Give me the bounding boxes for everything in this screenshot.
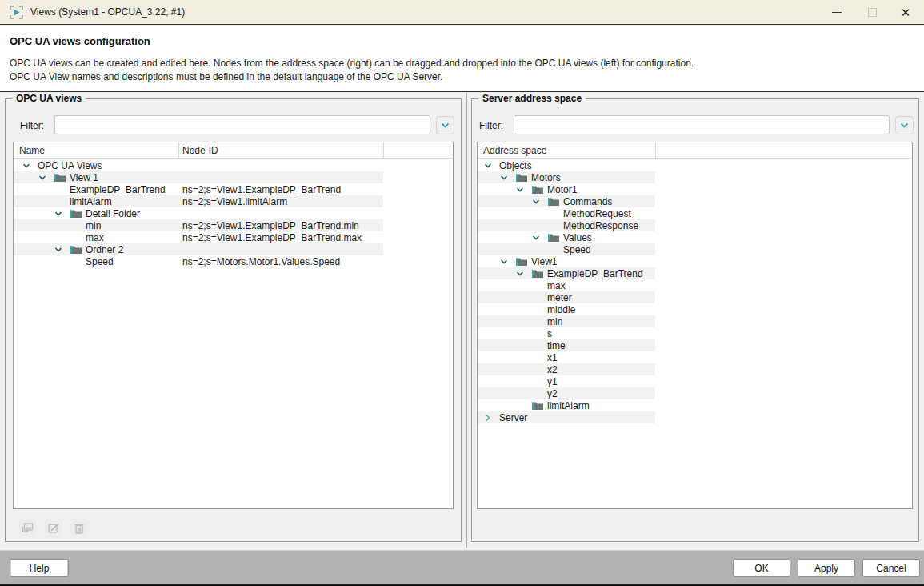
- tree-row[interactable]: min: [478, 315, 912, 327]
- column-separator[interactable]: [655, 142, 656, 159]
- delete-view-button[interactable]: [70, 519, 88, 537]
- cancel-button[interactable]: Cancel: [862, 559, 920, 577]
- tree-node-label[interactable]: Commands: [563, 196, 612, 207]
- tree-node-label[interactable]: Server: [499, 412, 527, 423]
- tree-node-label[interactable]: MethodResponse: [563, 220, 638, 231]
- tree-row[interactable]: Objects: [478, 159, 912, 171]
- tree-expander[interactable]: [483, 161, 493, 171]
- views-dialog: Views (System1 - OPCUA_3.22; #1) ✕ OPC U…: [0, 0, 924, 586]
- tree-row[interactable]: y2: [478, 387, 912, 399]
- tree-row[interactable]: Values: [478, 231, 912, 243]
- filter-dropdown-button-right[interactable]: [895, 116, 914, 134]
- tree-expander[interactable]: [515, 269, 525, 279]
- tree-row[interactable]: Commands: [478, 195, 912, 207]
- tree-row[interactable]: limitAlarm: [478, 399, 912, 411]
- tree-row[interactable]: middle: [478, 303, 912, 315]
- tree-node-label[interactable]: OPC UA Views: [38, 160, 102, 171]
- panel-splitter[interactable]: [466, 93, 467, 548]
- tree-node-label[interactable]: Detail Folder: [86, 208, 140, 219]
- tree-expander[interactable]: [22, 161, 31, 171]
- tree-row[interactable]: x1: [478, 351, 912, 363]
- tree-node-id: ns=2;s=View1.ExampleDP_BarTrend: [182, 184, 341, 195]
- tree-row[interactable]: Speedns=2;s=Motors.Motor1.Values.Speed: [14, 255, 453, 267]
- tree-expander[interactable]: [38, 173, 47, 183]
- tree-node-label[interactable]: MethodRequest: [563, 208, 631, 219]
- tree-expander[interactable]: [499, 257, 509, 267]
- tree-row[interactable]: max: [478, 279, 912, 291]
- tree-node-label[interactable]: x1: [547, 352, 558, 363]
- tree-node-label[interactable]: y1: [547, 376, 558, 387]
- tree-node-label[interactable]: ExampleDP_BarTrend: [70, 184, 166, 195]
- tree-node-label[interactable]: View1: [531, 256, 557, 267]
- tree-row[interactable]: Motors: [478, 171, 912, 183]
- add-view-button[interactable]: [18, 519, 37, 537]
- column-header-name[interactable]: Name: [19, 145, 45, 156]
- tree-row[interactable]: View1: [478, 255, 912, 267]
- tree-node-label[interactable]: Values: [563, 232, 592, 243]
- main-area: OPC UA views Filter: Name Node-ID OPC UA…: [0, 93, 924, 548]
- tree-node-label[interactable]: s: [547, 328, 552, 339]
- tree-row[interactable]: Detail Folder: [14, 207, 453, 219]
- tree-row[interactable]: x2: [478, 363, 912, 375]
- close-button[interactable]: ✕: [887, 0, 924, 24]
- tree-expander[interactable]: [499, 173, 509, 183]
- tree-row[interactable]: MethodResponse: [478, 219, 912, 231]
- tree-row[interactable]: s: [478, 327, 912, 339]
- ok-button[interactable]: OK: [733, 559, 790, 577]
- tree-node-label[interactable]: min: [547, 316, 562, 327]
- tree-node-label[interactable]: x2: [547, 364, 558, 375]
- tree-node-label[interactable]: Ordner 2: [86, 244, 123, 255]
- tree-node-label[interactable]: Speed: [563, 244, 591, 255]
- filter-input-left[interactable]: [54, 115, 430, 134]
- filter-dropdown-button-left[interactable]: [436, 116, 454, 134]
- apply-button[interactable]: Apply: [798, 559, 855, 577]
- tree-node-label[interactable]: time: [547, 340, 566, 351]
- tree-row[interactable]: time: [478, 339, 912, 351]
- column-header-node-id[interactable]: Node-ID: [182, 145, 218, 156]
- tree-node-label[interactable]: Objects: [499, 160, 532, 171]
- tree-node-label[interactable]: limitAlarm: [70, 196, 112, 207]
- tree-row[interactable]: y1: [478, 375, 912, 387]
- tree-row[interactable]: limitAlarmns=2;s=View1.limitAlarm: [14, 195, 453, 207]
- tree-row[interactable]: minns=2;s=View1.ExampleDP_BarTrend.min: [14, 219, 453, 231]
- tree-node-label[interactable]: ExampleDP_BarTrend: [547, 268, 643, 279]
- tree-row[interactable]: maxns=2;s=View1.ExampleDP_BarTrend.max: [14, 231, 453, 243]
- tree-node-label[interactable]: Motors: [531, 172, 561, 183]
- maximize-button[interactable]: [854, 0, 890, 24]
- tree-node-label[interactable]: middle: [547, 304, 575, 315]
- tree-node-label[interactable]: y2: [547, 388, 558, 399]
- row-stripe: [478, 315, 655, 327]
- column-header-address-space[interactable]: Address space: [483, 145, 546, 156]
- help-button[interactable]: Help: [10, 559, 69, 577]
- tree-node-label[interactable]: View 1: [70, 172, 98, 183]
- tree-expander[interactable]: [54, 245, 63, 255]
- tree-expander[interactable]: [54, 209, 63, 219]
- tree-node-label[interactable]: min: [86, 220, 101, 231]
- tree-row[interactable]: Server: [478, 411, 912, 423]
- tree-row[interactable]: ExampleDP_BarTrend: [478, 267, 912, 279]
- minimize-button[interactable]: [818, 0, 855, 24]
- tree-row[interactable]: Motor1: [478, 183, 912, 195]
- tree-row[interactable]: MethodRequest: [478, 207, 912, 219]
- edit-view-button[interactable]: [44, 519, 62, 537]
- folder-icon: [54, 172, 66, 183]
- tree-expander[interactable]: [531, 197, 541, 207]
- tree-node-label[interactable]: max: [86, 232, 104, 243]
- tree-row[interactable]: Ordner 2: [14, 243, 453, 255]
- column-separator[interactable]: [383, 142, 384, 159]
- filter-input-right[interactable]: [514, 115, 890, 134]
- tree-row[interactable]: View 1: [14, 171, 453, 183]
- column-separator[interactable]: [178, 142, 179, 159]
- tree-row[interactable]: meter: [478, 291, 912, 303]
- tree-expander[interactable]: [483, 413, 493, 423]
- tree-node-label[interactable]: meter: [547, 292, 572, 303]
- tree-row[interactable]: ExampleDP_BarTrendns=2;s=View1.ExampleDP…: [14, 183, 453, 195]
- tree-node-label[interactable]: max: [547, 280, 566, 291]
- tree-node-label[interactable]: Motor1: [547, 184, 577, 195]
- tree-row[interactable]: Speed: [478, 243, 912, 255]
- tree-node-label[interactable]: limitAlarm: [547, 400, 590, 411]
- tree-expander[interactable]: [515, 185, 525, 195]
- tree-expander[interactable]: [531, 233, 541, 243]
- tree-row[interactable]: OPC UA Views: [14, 159, 453, 171]
- tree-node-label[interactable]: Speed: [86, 256, 114, 267]
